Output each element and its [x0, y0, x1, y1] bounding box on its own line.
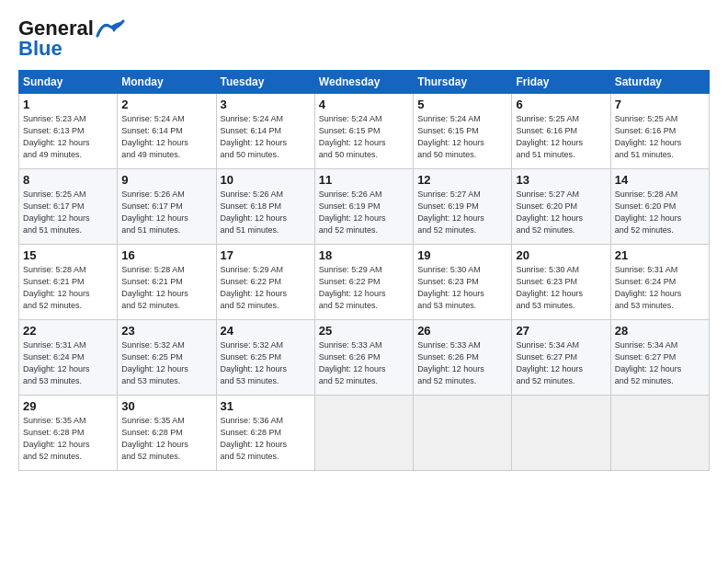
day-info: Sunrise: 5:34 AM Sunset: 6:27 PM Dayligh…	[516, 339, 606, 387]
calendar-cell: 31Sunrise: 5:36 AM Sunset: 6:28 PM Dayli…	[216, 396, 314, 471]
day-number: 21	[615, 248, 705, 262]
day-info: Sunrise: 5:26 AM Sunset: 6:18 PM Dayligh…	[221, 189, 311, 236]
calendar-cell	[314, 396, 413, 471]
day-number: 9	[121, 173, 211, 187]
day-info: Sunrise: 5:24 AM Sunset: 6:15 PM Dayligh…	[319, 113, 409, 161]
day-number: 14	[615, 173, 705, 187]
day-number: 10	[221, 173, 311, 187]
day-number: 28	[615, 324, 705, 338]
day-number: 31	[221, 399, 311, 413]
page: General Blue SundayMondayTuesdayWednesda…	[0, 0, 728, 563]
logo-bird-icon	[96, 19, 125, 38]
day-info: Sunrise: 5:25 AM Sunset: 6:16 PM Dayligh…	[516, 113, 606, 161]
day-number: 23	[121, 324, 211, 338]
day-number: 1	[23, 98, 113, 111]
calendar-cell: 12Sunrise: 5:27 AM Sunset: 6:19 PM Dayli…	[414, 169, 512, 245]
calendar-cell	[610, 396, 709, 471]
calendar-cell: 6Sunrise: 5:25 AM Sunset: 6:16 PM Daylig…	[512, 94, 610, 169]
calendar-cell: 14Sunrise: 5:28 AM Sunset: 6:20 PM Dayli…	[610, 169, 709, 245]
calendar-cell: 25Sunrise: 5:33 AM Sunset: 6:26 PM Dayli…	[314, 320, 413, 396]
day-number: 2	[121, 98, 211, 111]
calendar-cell: 22Sunrise: 5:31 AM Sunset: 6:24 PM Dayli…	[19, 320, 118, 396]
day-info: Sunrise: 5:24 AM Sunset: 6:14 PM Dayligh…	[121, 113, 211, 161]
calendar-cell: 21Sunrise: 5:31 AM Sunset: 6:24 PM Dayli…	[610, 245, 709, 320]
day-info: Sunrise: 5:28 AM Sunset: 6:21 PM Dayligh…	[121, 264, 211, 312]
calendar-cell: 15Sunrise: 5:28 AM Sunset: 6:21 PM Dayli…	[19, 245, 118, 320]
calendar-cell: 8Sunrise: 5:25 AM Sunset: 6:17 PM Daylig…	[19, 169, 118, 245]
logo: General Blue	[18, 17, 125, 61]
calendar-cell: 27Sunrise: 5:34 AM Sunset: 6:27 PM Dayli…	[512, 320, 610, 396]
day-number: 16	[121, 248, 211, 262]
day-number: 7	[615, 98, 705, 111]
day-info: Sunrise: 5:23 AM Sunset: 6:13 PM Dayligh…	[23, 113, 113, 161]
day-info: Sunrise: 5:33 AM Sunset: 6:26 PM Dayligh…	[319, 339, 409, 387]
calendar-cell: 1Sunrise: 5:23 AM Sunset: 6:13 PM Daylig…	[19, 94, 118, 169]
day-number: 27	[516, 324, 606, 338]
calendar-cell: 3Sunrise: 5:24 AM Sunset: 6:14 PM Daylig…	[216, 94, 314, 169]
day-info: Sunrise: 5:32 AM Sunset: 6:25 PM Dayligh…	[221, 339, 311, 387]
calendar-cell: 23Sunrise: 5:32 AM Sunset: 6:25 PM Dayli…	[118, 320, 216, 396]
day-info: Sunrise: 5:26 AM Sunset: 6:19 PM Dayligh…	[319, 189, 409, 236]
day-number: 8	[23, 173, 113, 187]
day-number: 15	[23, 248, 113, 262]
calendar-cell: 11Sunrise: 5:26 AM Sunset: 6:19 PM Dayli…	[314, 169, 413, 245]
day-info: Sunrise: 5:35 AM Sunset: 6:28 PM Dayligh…	[23, 415, 113, 463]
day-number: 12	[417, 173, 507, 187]
day-info: Sunrise: 5:33 AM Sunset: 6:26 PM Dayligh…	[417, 339, 507, 387]
day-info: Sunrise: 5:34 AM Sunset: 6:27 PM Dayligh…	[615, 339, 705, 387]
day-number: 26	[417, 324, 507, 338]
day-number: 4	[319, 98, 409, 111]
day-info: Sunrise: 5:26 AM Sunset: 6:17 PM Dayligh…	[121, 189, 211, 236]
day-info: Sunrise: 5:30 AM Sunset: 6:23 PM Dayligh…	[417, 264, 507, 312]
day-number: 25	[319, 324, 409, 338]
day-info: Sunrise: 5:28 AM Sunset: 6:21 PM Dayligh…	[23, 264, 113, 312]
header: General Blue	[18, 17, 710, 61]
weekday-header-friday: Friday	[512, 71, 610, 94]
day-number: 17	[221, 248, 311, 262]
calendar-cell: 7Sunrise: 5:25 AM Sunset: 6:16 PM Daylig…	[610, 94, 709, 169]
calendar-week-1: 1Sunrise: 5:23 AM Sunset: 6:13 PM Daylig…	[19, 94, 710, 169]
calendar-header-row: SundayMondayTuesdayWednesdayThursdayFrid…	[19, 71, 710, 94]
day-number: 22	[23, 324, 113, 338]
logo-blue: Blue	[18, 37, 63, 61]
day-info: Sunrise: 5:27 AM Sunset: 6:20 PM Dayligh…	[516, 189, 606, 236]
day-number: 20	[516, 248, 606, 262]
day-number: 6	[516, 98, 606, 111]
day-info: Sunrise: 5:24 AM Sunset: 6:14 PM Dayligh…	[221, 113, 311, 161]
calendar-cell: 4Sunrise: 5:24 AM Sunset: 6:15 PM Daylig…	[314, 94, 413, 169]
calendar-cell: 29Sunrise: 5:35 AM Sunset: 6:28 PM Dayli…	[19, 396, 118, 471]
calendar-cell: 30Sunrise: 5:35 AM Sunset: 6:28 PM Dayli…	[118, 396, 216, 471]
day-number: 13	[516, 173, 606, 187]
day-number: 29	[23, 399, 113, 413]
calendar-cell: 17Sunrise: 5:29 AM Sunset: 6:22 PM Dayli…	[216, 245, 314, 320]
calendar-cell: 28Sunrise: 5:34 AM Sunset: 6:27 PM Dayli…	[610, 320, 709, 396]
day-info: Sunrise: 5:32 AM Sunset: 6:25 PM Dayligh…	[121, 339, 211, 387]
day-info: Sunrise: 5:25 AM Sunset: 6:16 PM Dayligh…	[615, 113, 705, 161]
day-number: 11	[319, 173, 409, 187]
day-info: Sunrise: 5:31 AM Sunset: 6:24 PM Dayligh…	[615, 264, 705, 312]
calendar-cell: 16Sunrise: 5:28 AM Sunset: 6:21 PM Dayli…	[118, 245, 216, 320]
calendar-cell: 5Sunrise: 5:24 AM Sunset: 6:15 PM Daylig…	[414, 94, 512, 169]
day-info: Sunrise: 5:29 AM Sunset: 6:22 PM Dayligh…	[319, 264, 409, 312]
calendar-cell	[512, 396, 610, 471]
day-info: Sunrise: 5:29 AM Sunset: 6:22 PM Dayligh…	[221, 264, 311, 312]
weekday-header-wednesday: Wednesday	[314, 71, 413, 94]
day-number: 18	[319, 248, 409, 262]
weekday-header-tuesday: Tuesday	[216, 71, 314, 94]
calendar-cell: 19Sunrise: 5:30 AM Sunset: 6:23 PM Dayli…	[414, 245, 512, 320]
day-info: Sunrise: 5:35 AM Sunset: 6:28 PM Dayligh…	[121, 415, 211, 463]
weekday-header-monday: Monday	[118, 71, 216, 94]
weekday-header-thursday: Thursday	[414, 71, 512, 94]
day-number: 24	[221, 324, 311, 338]
calendar-cell: 26Sunrise: 5:33 AM Sunset: 6:26 PM Dayli…	[414, 320, 512, 396]
calendar-week-2: 8Sunrise: 5:25 AM Sunset: 6:17 PM Daylig…	[19, 169, 710, 245]
weekday-header-saturday: Saturday	[610, 71, 709, 94]
day-number: 30	[121, 399, 211, 413]
calendar-cell	[414, 396, 512, 471]
calendar-week-4: 22Sunrise: 5:31 AM Sunset: 6:24 PM Dayli…	[19, 320, 710, 396]
calendar-cell: 2Sunrise: 5:24 AM Sunset: 6:14 PM Daylig…	[118, 94, 216, 169]
calendar-cell: 13Sunrise: 5:27 AM Sunset: 6:20 PM Dayli…	[512, 169, 610, 245]
day-info: Sunrise: 5:27 AM Sunset: 6:19 PM Dayligh…	[417, 189, 507, 236]
day-info: Sunrise: 5:30 AM Sunset: 6:23 PM Dayligh…	[516, 264, 606, 312]
calendar-week-5: 29Sunrise: 5:35 AM Sunset: 6:28 PM Dayli…	[19, 396, 710, 471]
